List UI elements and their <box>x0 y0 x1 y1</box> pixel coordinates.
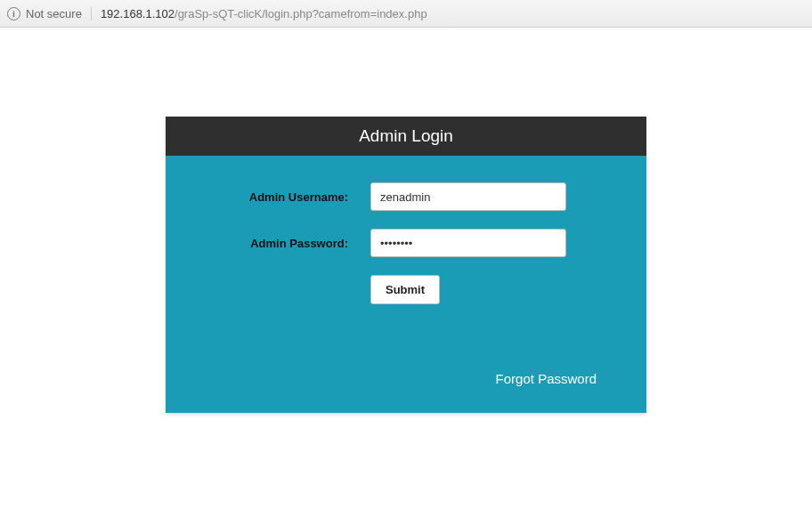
username-input[interactable] <box>370 182 566 211</box>
submit-button[interactable]: Submit <box>370 275 440 304</box>
browser-address-bar: i Not secure 192.168.1.102/graSp-sQT-cli… <box>0 0 812 28</box>
password-input[interactable] <box>370 229 566 257</box>
forgot-password-container: Forgot Password <box>201 304 611 386</box>
login-header: Admin Login <box>166 117 646 156</box>
info-icon: i <box>7 7 20 20</box>
submit-row: Submit <box>370 275 611 304</box>
url-display[interactable]: 192.168.1.102/graSp-sQT-clicK/login.php?… <box>101 7 427 20</box>
forgot-password-link[interactable]: Forgot Password <box>496 371 597 386</box>
login-form: Admin Username: Admin Password: Submit F… <box>166 156 646 413</box>
security-label: Not secure <box>26 7 82 20</box>
username-label: Admin Username: <box>201 190 370 204</box>
login-panel: Admin Login Admin Username: Admin Passwo… <box>166 117 646 413</box>
url-domain: 192.168.1.102 <box>101 7 175 20</box>
page-content: Admin Login Admin Username: Admin Passwo… <box>0 28 812 413</box>
password-label: Admin Password: <box>201 237 370 250</box>
security-indicator[interactable]: i Not secure <box>7 7 92 20</box>
password-row: Admin Password: <box>201 229 611 257</box>
url-path: /graSp-sQT-clicK/login.php?camefrom=inde… <box>175 7 427 20</box>
username-row: Admin Username: <box>201 182 611 211</box>
